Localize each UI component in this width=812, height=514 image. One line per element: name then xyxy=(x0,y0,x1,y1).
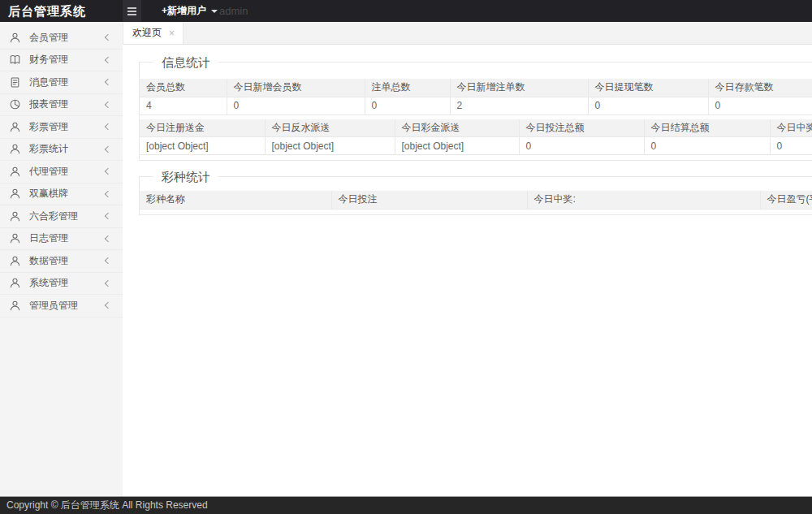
sidebar-item-label: 六合彩管理 xyxy=(29,209,106,223)
stat-value-cell: 0 xyxy=(519,137,644,155)
close-icon[interactable]: × xyxy=(169,28,175,38)
sidebar-item-label: 彩票管理 xyxy=(29,120,106,134)
hamburger-icon xyxy=(127,7,136,9)
stat-value-cell: 0 xyxy=(708,97,812,114)
stat-header-cell: 今日中奖: xyxy=(527,191,760,209)
stat-header-cell: 今日新增会员数 xyxy=(227,79,365,97)
hamburger-icon xyxy=(127,11,136,12)
stat-header-cell: 注单总数 xyxy=(365,79,450,97)
section-lottery-stats: 彩种统计 彩种名称今日投注今日中奖:今日盈亏(平台) xyxy=(139,176,812,215)
stat-value-cell: [object Object] xyxy=(140,137,265,155)
sidebar-item[interactable]: 彩票管理 xyxy=(0,116,123,139)
stat-value-cell: 0 xyxy=(770,137,812,155)
sidebar-item[interactable]: 消息管理 xyxy=(0,71,123,94)
chevron-left-icon xyxy=(105,57,111,63)
chevron-left-icon xyxy=(105,102,111,108)
add-user-dropdown[interactable]: +新增用户 xyxy=(162,0,218,22)
user-icon xyxy=(9,121,21,133)
user-icon xyxy=(9,300,21,312)
chevron-left-icon xyxy=(105,168,111,175)
sidebar-item-label: 双赢棋牌 xyxy=(29,187,106,201)
sidebar-item-label: 系统管理 xyxy=(29,276,106,290)
sidebar-item-label: 财务管理 xyxy=(29,53,106,67)
tab-bar: 欢迎页 × xyxy=(123,22,812,45)
table-header-row: 彩种名称今日投注今日中奖:今日盈亏(平台) xyxy=(140,191,812,209)
stat-value-cell: 0 xyxy=(365,97,450,114)
stat-header-cell: 今日中奖总额 xyxy=(770,119,812,137)
sidebar-item[interactable]: 双赢棋牌 xyxy=(0,184,123,206)
info-stats-table-1: 会员总数今日新增会员数注单总数今日新增注单数今日提现笔数今日存款笔数 40020… xyxy=(140,79,812,115)
copyright-text: Copyright © 后台管理系统 All Rights Reserved xyxy=(6,499,208,512)
section-title: 彩种统计 xyxy=(153,170,218,185)
stat-header-cell: 今日彩金派送 xyxy=(395,119,519,137)
book-icon xyxy=(9,54,21,66)
sidebar-item[interactable]: 日志管理 xyxy=(0,228,123,251)
chevron-left-icon xyxy=(105,34,111,41)
section-title: 信息统计 xyxy=(153,55,218,71)
top-bar: 后台管理系统 +新增用户 admin xyxy=(0,0,812,22)
section-info-stats: 信息统计 会员总数今日新增会员数注单总数今日新增注单数今日提现笔数今日存款笔数 … xyxy=(139,62,812,161)
user-icon xyxy=(9,277,21,289)
sidebar-item[interactable]: 六合彩管理 xyxy=(0,205,123,228)
stat-header-cell: 今日投注总额 xyxy=(519,119,644,137)
sidebar-collapse-button[interactable] xyxy=(123,0,141,22)
stat-value-cell: [object Object] xyxy=(265,137,395,155)
stat-header-cell: 今日存款笔数 xyxy=(708,79,812,97)
sidebar-item-label: 会员管理 xyxy=(29,31,106,45)
sidebar-item-label: 彩票统计 xyxy=(29,142,106,156)
main-content: 信息统计 会员总数今日新增会员数注单总数今日新增注单数今日提现笔数今日存款笔数 … xyxy=(123,45,812,496)
table-header-row: 今日注册送金今日反水派送今日彩金派送今日投注总额今日结算总额今日中奖总额 xyxy=(140,119,812,137)
stat-header-cell: 会员总数 xyxy=(140,79,227,97)
table-header-row: 会员总数今日新增会员数注单总数今日新增注单数今日提现笔数今日存款笔数 xyxy=(140,79,812,97)
sidebar: 会员管理 财务管理 消息管理 报表管理 彩票管理 彩票统计 xyxy=(0,22,123,496)
sidebar-item-label: 代理管理 xyxy=(29,165,106,179)
stat-value-cell: [object Object] xyxy=(395,137,519,155)
lottery-stats-table: 彩种名称今日投注今日中奖:今日盈亏(平台) xyxy=(140,191,812,209)
sidebar-item-label: 数据管理 xyxy=(29,254,106,268)
pie-chart-icon xyxy=(9,98,21,110)
stat-value-cell: 0 xyxy=(588,97,708,114)
sidebar-item[interactable]: 管理员管理 xyxy=(0,295,123,317)
user-icon xyxy=(9,166,21,178)
sidebar-item[interactable]: 会员管理 xyxy=(0,27,123,50)
chevron-left-icon xyxy=(105,257,111,264)
user-icon xyxy=(9,188,21,200)
document-icon xyxy=(9,76,21,89)
user-icon xyxy=(9,210,21,222)
tab-welcome[interactable]: 欢迎页 × xyxy=(123,22,184,44)
user-icon xyxy=(9,255,21,267)
chevron-left-icon xyxy=(105,280,111,287)
sidebar-item[interactable]: 数据管理 xyxy=(0,250,123,273)
username[interactable]: admin xyxy=(219,0,248,22)
stat-header-cell: 今日反水派送 xyxy=(265,119,395,137)
stat-header-cell: 今日结算总额 xyxy=(644,119,770,137)
table-value-row: [object Object][object Object][object Ob… xyxy=(140,137,812,155)
stat-value-cell: 0 xyxy=(227,97,365,114)
stat-header-cell: 今日新增注单数 xyxy=(450,79,588,97)
chevron-left-icon xyxy=(105,213,111,219)
user-icon xyxy=(9,232,21,244)
caret-down-icon xyxy=(211,10,218,13)
add-user-label: +新增用户 xyxy=(162,4,206,18)
sidebar-item[interactable]: 彩票统计 xyxy=(0,139,123,162)
chevron-left-icon xyxy=(105,123,111,130)
sidebar-item[interactable]: 系统管理 xyxy=(0,273,123,296)
stat-header-cell: 今日盈亏(平台) xyxy=(760,191,812,209)
sidebar-item-label: 报表管理 xyxy=(29,97,106,111)
sidebar-item-label: 消息管理 xyxy=(29,76,106,89)
tab-label: 欢迎页 xyxy=(132,26,162,40)
user-icon xyxy=(9,143,21,155)
info-stats-table-2: 今日注册送金今日反水派送今日彩金派送今日投注总额今日结算总额今日中奖总额 [ob… xyxy=(140,119,812,156)
table-value-row: 400200 xyxy=(140,97,812,114)
stat-value-cell: 2 xyxy=(450,97,588,114)
stat-header-cell: 彩种名称 xyxy=(140,191,331,209)
sidebar-item[interactable]: 报表管理 xyxy=(0,94,123,117)
chevron-left-icon xyxy=(105,302,111,309)
chevron-left-icon xyxy=(105,235,111,242)
sidebar-item[interactable]: 代理管理 xyxy=(0,161,123,184)
app-title: 后台管理系统 xyxy=(8,0,86,22)
stat-header-cell: 今日投注 xyxy=(331,191,527,209)
footer: Copyright © 后台管理系统 All Rights Reserved xyxy=(0,496,812,514)
stat-header-cell: 今日注册送金 xyxy=(140,119,265,137)
sidebar-item[interactable]: 财务管理 xyxy=(0,50,123,72)
